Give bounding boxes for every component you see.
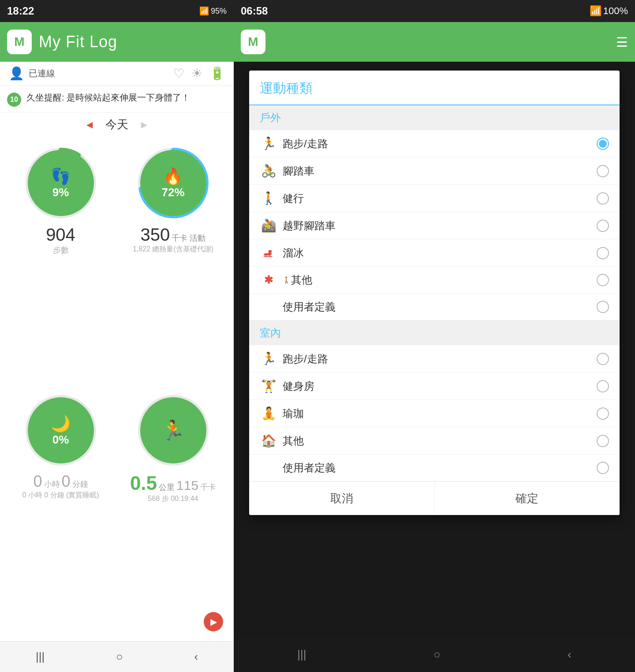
nav-back-right[interactable]: ‹ xyxy=(568,648,572,661)
user-info: 👤 已連線 xyxy=(9,66,55,81)
other-outdoor-icon: ✱ xyxy=(260,274,277,286)
sport-type-dialog: 運動種類 戶外 🏃 跑步/走路 🚴 腳踏車 🚶 健行 xyxy=(249,71,620,515)
activity-distance: 0.5 xyxy=(130,472,157,494)
hiking-label: 健行 xyxy=(283,191,597,205)
sport-item-yoga[interactable]: 🧘 瑜珈 xyxy=(249,400,620,427)
sleep-sub: 0 小時 0 分鐘 (實質睡眠) xyxy=(22,491,99,500)
battery-left: 95% xyxy=(211,7,227,16)
next-date-button[interactable]: ► xyxy=(139,119,149,131)
battery-icon[interactable]: 🔋 xyxy=(209,66,225,81)
steps-circle: 👣 9% xyxy=(23,146,98,220)
other-outdoor-label: 其他 xyxy=(291,273,597,287)
sport-item-run-walk-indoor[interactable]: 🏃 跑步/走路 xyxy=(249,345,620,373)
nav-back-left[interactable]: ‹ xyxy=(194,650,198,664)
time-left: 18:22 xyxy=(7,5,34,17)
gym-label: 健身房 xyxy=(283,379,597,393)
sport-item-other-indoor[interactable]: 🏠 其他 xyxy=(249,427,620,455)
activity-sub: 568 步 00:19:44 xyxy=(148,494,198,504)
run-walk-outdoor-icon: 🏃 xyxy=(260,136,277,151)
run-walk-indoor-label: 跑步/走路 xyxy=(283,352,597,366)
yoga-radio[interactable] xyxy=(597,407,609,420)
other-indoor-radio[interactable] xyxy=(597,435,609,447)
sport-item-run-walk-outdoor[interactable]: 🏃 跑步/走路 xyxy=(249,130,620,157)
other-outdoor-radio[interactable] xyxy=(597,274,609,286)
calories-icon: 🔥 xyxy=(163,167,183,186)
calories-pct: 72% xyxy=(161,186,184,199)
mtb-radio[interactable] xyxy=(597,220,609,232)
status-icons-left: 📶 95% xyxy=(199,6,227,16)
yoga-label: 瑜珈 xyxy=(283,407,597,421)
battery-right: 100% xyxy=(603,5,628,17)
hiking-icon: 🚶 xyxy=(260,191,277,205)
calories-metric: 🔥 72% 350 千卡 活動 1,822 總熱量(含基礎代謝) xyxy=(117,141,229,388)
confirm-button[interactable]: 確定 xyxy=(435,482,620,515)
calories-unit: 千卡 活動 xyxy=(172,233,205,243)
sport-item-hiking[interactable]: 🚶 健行 xyxy=(249,185,620,212)
left-panel: 18:22 📶 95% M My Fit Log 👤 已連線 ♡ ☀ 🔋 10 … xyxy=(0,0,234,672)
steps-inner: 👣 9% xyxy=(28,150,94,216)
nav-menu-left[interactable]: ||| xyxy=(36,650,45,664)
nav-home-right[interactable]: ○ xyxy=(433,648,441,661)
sleep-mins: 0 xyxy=(62,472,71,491)
carrier-icon: 📶 xyxy=(199,6,209,16)
heart-icon[interactable]: ♡ xyxy=(173,66,184,81)
user-defined-indoor-radio[interactable] xyxy=(597,462,609,474)
dialog-title: 運動種類 xyxy=(249,71,620,105)
sport-item-other-outdoor[interactable]: ✱ 🚶 其他 xyxy=(249,267,620,294)
sport-item-user-defined-indoor[interactable]: 使用者定義 xyxy=(249,455,620,482)
activity-inner: 🏃 xyxy=(140,397,206,463)
brightness-icon[interactable]: ☀ xyxy=(191,66,202,81)
nav-menu-right[interactable]: ||| xyxy=(297,648,306,661)
bicycle-radio[interactable] xyxy=(597,165,609,177)
yoga-icon: 🧘 xyxy=(260,406,277,421)
activity-metric: 🏃 0.5 公里 115 千卡 568 步 00:19:44 ▶ xyxy=(117,388,229,637)
activity-cal-unit: 千卡 xyxy=(200,482,216,493)
sleep-hours: 0 xyxy=(33,472,42,491)
prev-date-button[interactable]: ◄ xyxy=(84,119,95,131)
run-walk-indoor-radio[interactable] xyxy=(597,353,609,365)
current-date: 今天 xyxy=(105,117,128,132)
bottom-nav-right: ||| ○ ‹ xyxy=(234,637,635,672)
time-right: 06:58 xyxy=(241,5,268,17)
sleep-value-row: 0 小時 0 分鐘 xyxy=(33,472,88,491)
activity-value-row: 0.5 公里 115 千卡 xyxy=(130,472,216,494)
play-button[interactable]: ▶ xyxy=(204,612,223,631)
skate-icon: ⛸ xyxy=(260,246,277,260)
sport-item-skate[interactable]: ⛸ 溜冰 xyxy=(249,239,620,267)
notification-text: 久坐提醒: 是時候站起來伸展一下身體了！ xyxy=(26,91,190,104)
cancel-button[interactable]: 取消 xyxy=(249,482,435,515)
hiking-radio[interactable] xyxy=(597,192,609,205)
run-walk-indoor-icon: 🏃 xyxy=(260,351,277,366)
calories-value-row: 350 千卡 活動 xyxy=(141,225,206,245)
skate-radio[interactable] xyxy=(597,247,609,259)
sport-item-gym[interactable]: 🏋 健身房 xyxy=(249,373,620,400)
user-icons-right: ♡ ☀ 🔋 xyxy=(173,66,225,81)
connection-status: 已連線 xyxy=(29,67,55,79)
run-walk-outdoor-radio[interactable] xyxy=(597,138,609,150)
carrier-icon-right: 📶 xyxy=(590,5,601,17)
app-header-left: M My Fit Log xyxy=(0,22,234,62)
outdoor-section-header: 戶外 xyxy=(249,105,620,130)
calories-inner: 🔥 72% xyxy=(140,150,206,216)
sport-item-bicycle[interactable]: 🚴 腳踏車 xyxy=(249,157,620,185)
status-bar-left: 18:22 📶 95% xyxy=(0,0,234,22)
user-defined-outdoor-radio[interactable] xyxy=(597,301,609,313)
sleep-hr-label: 小時 xyxy=(44,479,60,489)
user-defined-indoor-label: 使用者定義 xyxy=(283,461,597,475)
status-icons-right: 📶 100% xyxy=(590,5,628,17)
other-indoor-label: 其他 xyxy=(283,434,597,448)
steps-icon: 👣 xyxy=(51,167,71,186)
app-logo-left: M xyxy=(7,30,32,54)
activity-calories: 115 xyxy=(176,478,198,493)
gym-radio[interactable] xyxy=(597,380,609,392)
sleep-mn-label: 分鐘 xyxy=(72,479,88,489)
sport-item-user-defined-outdoor[interactable]: 使用者定義 xyxy=(249,294,620,321)
nav-home-left[interactable]: ○ xyxy=(116,650,123,664)
bottom-nav-left: ||| ○ ‹ xyxy=(0,641,234,672)
status-bar-right: 06:58 📶 100% xyxy=(234,0,635,22)
hamburger-menu[interactable]: ☰ xyxy=(616,34,628,50)
sport-item-mtb[interactable]: 🚵 越野腳踏車 xyxy=(249,212,620,239)
skate-label: 溜冰 xyxy=(283,246,597,260)
bicycle-label: 腳踏車 xyxy=(283,164,597,178)
user-icon: 👤 xyxy=(9,66,24,81)
